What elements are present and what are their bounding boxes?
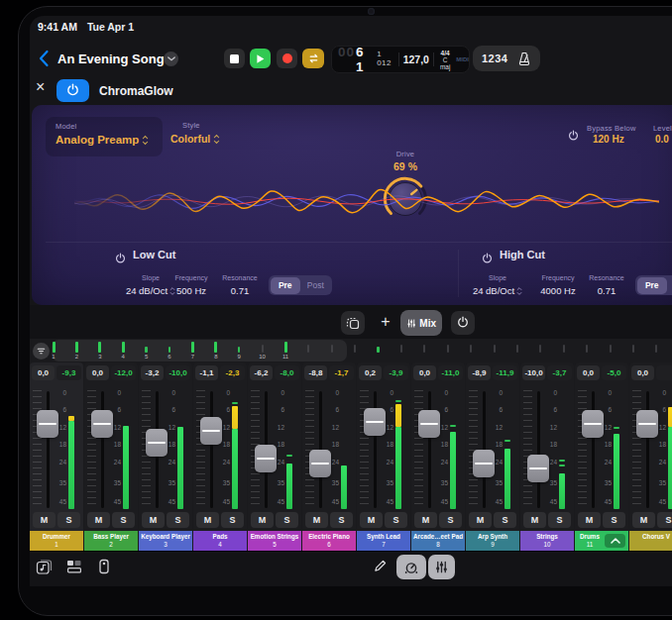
track-name-label[interactable]: Arcade…eet Pad 8: [411, 531, 465, 551]
fader-db-value[interactable]: 0,0: [32, 365, 55, 380]
fader-db-value[interactable]: 0,0: [577, 365, 600, 380]
solo-button[interactable]: S: [494, 512, 516, 528]
mute-button[interactable]: M: [33, 512, 56, 528]
back-icon[interactable]: [38, 50, 50, 67]
peak-db-value[interactable]: -11,9: [493, 365, 517, 380]
fader-db-value[interactable]: 0,2: [359, 365, 382, 380]
fader-handle[interactable]: [473, 450, 495, 477]
solo-button[interactable]: S: [221, 512, 244, 528]
track-name-label[interactable]: Arp Synth 9: [466, 531, 519, 551]
peak-db-value[interactable]: -3,7: [547, 365, 572, 380]
mute-button[interactable]: M: [360, 512, 383, 528]
fader-handle[interactable]: [255, 445, 277, 472]
fader-db-value[interactable]: -1,1: [195, 365, 218, 380]
mute-button[interactable]: M: [414, 512, 437, 528]
fader-db-value[interactable]: -6,2: [250, 365, 273, 380]
play-button[interactable]: [250, 49, 271, 68]
solo-button[interactable]: S: [330, 512, 353, 528]
song-title[interactable]: An Evening Song: [57, 52, 165, 66]
track-name-label[interactable]: Pads 4: [193, 531, 247, 551]
fader-db-value[interactable]: -10,0: [522, 365, 545, 380]
fader-db-value[interactable]: -8,8: [304, 365, 327, 380]
cycle-button[interactable]: [302, 49, 324, 68]
level-value[interactable]: 0.0: [655, 134, 669, 145]
track-name-label[interactable]: Drummer 1: [30, 531, 83, 551]
peak-db-value[interactable]: -9,3: [56, 365, 81, 380]
mix-view-button[interactable]: Mix: [400, 310, 442, 336]
fader-handle[interactable]: [364, 408, 386, 436]
mute-button[interactable]: M: [87, 512, 110, 528]
collapse-track-button[interactable]: [605, 534, 625, 548]
pre-button[interactable]: Pre: [637, 277, 668, 294]
strip-power-button[interactable]: [451, 311, 475, 335]
mixer-view-button[interactable]: [428, 555, 455, 579]
track-name-label[interactable]: Synth Lead 7: [357, 531, 410, 551]
solo-button[interactable]: S: [276, 512, 298, 528]
peak-db-value[interactable]: -1,7: [329, 365, 354, 380]
edit-button[interactable]: [371, 559, 389, 576]
resonance-value[interactable]: 0.71: [572, 285, 641, 296]
peak-db-value[interactable]: -12,0: [111, 365, 136, 380]
solo-button[interactable]: S: [548, 512, 571, 528]
song-menu-button[interactable]: [164, 52, 178, 66]
loop-browser-button[interactable]: [36, 558, 54, 575]
record-button[interactable]: [277, 49, 297, 68]
duplicate-plugin-button[interactable]: [341, 311, 365, 335]
metronome-icon[interactable]: [517, 52, 531, 66]
fader-handle[interactable]: [91, 410, 113, 438]
fader-db-value[interactable]: -3,2: [141, 365, 164, 380]
track-name-label[interactable]: Electric Piano 6: [302, 531, 356, 551]
resonance-value[interactable]: 0.71: [205, 285, 275, 296]
model-selector[interactable]: Model Analog Preamp: [46, 117, 163, 156]
fader-handle[interactable]: [527, 455, 549, 482]
post-button[interactable]: Post: [300, 277, 331, 294]
style-selector[interactable]: Style Colorful: [170, 121, 220, 145]
mute-button[interactable]: M: [632, 512, 655, 528]
peak-db-value[interactable]: [656, 365, 672, 380]
close-icon[interactable]: ×: [36, 79, 45, 95]
track-name-label[interactable]: Keyboard Player 3: [139, 531, 192, 551]
peak-db-value[interactable]: -3,9: [384, 365, 408, 380]
mute-button[interactable]: M: [469, 512, 492, 528]
mute-button[interactable]: M: [523, 512, 546, 528]
fader-db-value[interactable]: 0,0: [86, 365, 109, 380]
post-button[interactable]: Post: [667, 277, 672, 294]
fader-handle[interactable]: [636, 410, 658, 438]
track-name-label[interactable]: Emotion Strings 5: [248, 531, 301, 551]
stop-button[interactable]: [224, 49, 245, 68]
track-name-label[interactable]: Chorus V: [629, 531, 672, 551]
peak-db-value[interactable]: -5,0: [602, 365, 626, 380]
track-name-label[interactable]: Bass Player 2: [84, 531, 138, 551]
fader-db-value[interactable]: 0,0: [413, 365, 436, 380]
controls-view-button[interactable]: [396, 555, 426, 579]
fader-db-value[interactable]: -8,9: [468, 365, 491, 380]
solo-button[interactable]: S: [385, 512, 407, 528]
lcd-display[interactable]: 006 11 012 127,0 4/4 C maj MIDI: [331, 46, 470, 73]
solo-button[interactable]: S: [57, 512, 80, 528]
fader-handle[interactable]: [582, 410, 604, 438]
slope-value[interactable]: 24 dB/Oct: [463, 285, 532, 296]
fader-db-value[interactable]: 0,0: [631, 365, 654, 380]
peak-db-value[interactable]: -2,3: [220, 365, 245, 380]
controller-button[interactable]: [95, 558, 113, 575]
bypass-below-value[interactable]: 120 Hz: [593, 134, 624, 145]
pre-button[interactable]: Pre: [271, 277, 301, 294]
solo-button[interactable]: S: [439, 512, 462, 528]
fader-handle[interactable]: [309, 450, 331, 477]
fader-handle[interactable]: [200, 417, 222, 445]
mute-button[interactable]: M: [196, 512, 219, 528]
browser-button[interactable]: [65, 558, 83, 575]
bypass-power-icon[interactable]: [568, 127, 579, 145]
low-cut-power-icon[interactable]: [115, 250, 126, 267]
solo-button[interactable]: S: [657, 512, 672, 528]
peak-db-value[interactable]: -10,0: [166, 365, 190, 380]
track-name-label[interactable]: Strings 10: [520, 531, 574, 551]
count-in-button[interactable]: 1234: [482, 52, 507, 64]
peak-db-value[interactable]: -11,0: [438, 365, 463, 380]
track-name-label[interactable]: Drums 11: [575, 531, 628, 551]
mute-button[interactable]: M: [578, 512, 601, 528]
solo-button[interactable]: S: [112, 512, 135, 528]
mute-button[interactable]: M: [251, 512, 274, 528]
plugin-power-toggle[interactable]: [56, 79, 89, 102]
mute-button[interactable]: M: [142, 512, 165, 528]
